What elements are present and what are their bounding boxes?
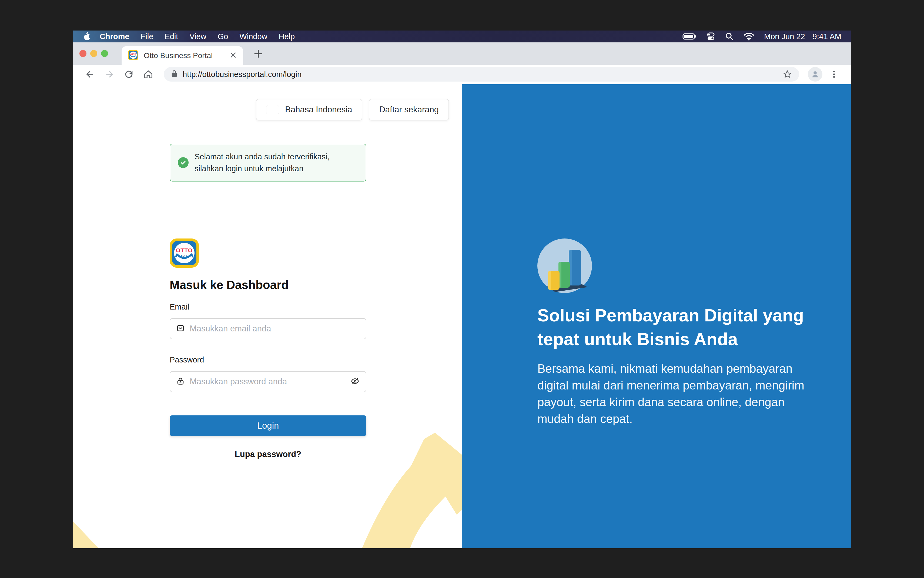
login-button[interactable]: Login: [170, 416, 366, 436]
close-window-button[interactable]: [80, 50, 86, 57]
spotlight-search-icon[interactable]: [725, 32, 734, 41]
check-circle-icon: [178, 157, 188, 168]
menubar-item-chrome[interactable]: Chrome: [94, 32, 135, 41]
password-input[interactable]: [190, 377, 345, 386]
bookmark-star-icon[interactable]: [783, 70, 792, 79]
menubar-time[interactable]: 9:41 AM: [813, 32, 841, 41]
menubar-date[interactable]: Mon Jun 22: [764, 32, 805, 41]
forward-icon[interactable]: [102, 67, 117, 82]
reload-icon[interactable]: [121, 67, 137, 82]
login-panel: Bahasa Indonesia Daftar sekarang Selamat…: [73, 84, 462, 548]
minimize-window-button[interactable]: [90, 50, 97, 57]
desktop: Chrome File Edit View Go Window Help: [0, 0, 924, 578]
register-button-label: Daftar sekarang: [379, 105, 439, 115]
url-text[interactable]: http://ottobusinessportal.com/login: [183, 70, 302, 79]
wifi-icon[interactable]: [744, 32, 754, 41]
tab-close-icon[interactable]: [230, 52, 237, 60]
login-form: Email Password: [170, 302, 366, 459]
tab-strip: OTTOPAY Otto Business Portal: [73, 42, 851, 65]
menubar-item-file[interactable]: File: [135, 32, 159, 41]
promo-panel: Solusi Pembayaran Digital yang tepat unt…: [462, 84, 851, 548]
control-center-icon[interactable]: [706, 32, 715, 41]
home-icon[interactable]: [140, 67, 156, 82]
email-label: Email: [170, 302, 366, 312]
tab-title: Otto Business Portal: [144, 51, 224, 60]
password-label: Password: [170, 355, 366, 365]
promo-heading: Solusi Pembayaran Digital yang tepat unt…: [538, 304, 805, 351]
menubar-item-window[interactable]: Window: [234, 32, 273, 41]
browser-menu-icon[interactable]: [826, 67, 842, 82]
email-input[interactable]: [190, 324, 360, 334]
register-button[interactable]: Daftar sekarang: [369, 99, 449, 120]
svg-text:OTTO: OTTO: [130, 53, 136, 55]
menubar-item-help[interactable]: Help: [273, 32, 300, 41]
logo-wordmark: OTTO: [176, 247, 193, 253]
page-content: Bahasa Indonesia Daftar sekarang Selamat…: [73, 84, 851, 548]
padlock-icon[interactable]: [171, 70, 178, 79]
envelope-icon: [176, 324, 185, 334]
success-alert: Selamat akun anda sudah terverifikasi, s…: [170, 144, 366, 182]
lock-icon: [176, 377, 185, 386]
eye-off-icon[interactable]: [350, 376, 360, 387]
browser-window: Chrome File Edit View Go Window Help: [73, 31, 851, 548]
language-button-label: Bahasa Indonesia: [285, 105, 352, 115]
battery-icon[interactable]: [682, 33, 697, 40]
menubar-item-edit[interactable]: Edit: [159, 32, 184, 41]
macos-menubar: Chrome File Edit View Go Window Help: [73, 31, 851, 42]
tab-favicon: OTTOPAY: [128, 50, 138, 61]
bar-chart-icon: [538, 239, 592, 293]
password-field[interactable]: [170, 371, 366, 392]
back-icon[interactable]: [82, 67, 98, 82]
menubar-item-go[interactable]: Go: [212, 32, 234, 41]
forgot-password-link[interactable]: Lupa password?: [170, 450, 366, 459]
language-button[interactable]: Bahasa Indonesia: [256, 99, 362, 120]
tab-otto-business-portal[interactable]: OTTOPAY Otto Business Portal: [122, 46, 243, 65]
indonesia-flag-icon: [266, 105, 279, 114]
profile-avatar-icon[interactable]: [808, 67, 822, 81]
url-field[interactable]: http://ottobusinessportal.com/login: [164, 67, 799, 81]
email-field[interactable]: [170, 318, 366, 339]
yellow-corner-decoration: [73, 521, 99, 548]
promo-body: Bersama kami, nikmati kemudahan pembayar…: [538, 360, 807, 427]
address-bar: http://ottobusinessportal.com/login: [73, 65, 851, 84]
menubar-item-view[interactable]: View: [184, 32, 212, 41]
success-alert-text: Selamat akun anda sudah terverifikasi, s…: [195, 151, 358, 174]
ottopay-logo: OTTO PAY: [170, 239, 199, 269]
login-heading: Masuk ke Dashboard: [170, 278, 289, 292]
apple-logo-icon[interactable]: [83, 32, 91, 41]
zoom-window-button[interactable]: [101, 50, 108, 57]
new-tab-button[interactable]: [251, 47, 265, 61]
